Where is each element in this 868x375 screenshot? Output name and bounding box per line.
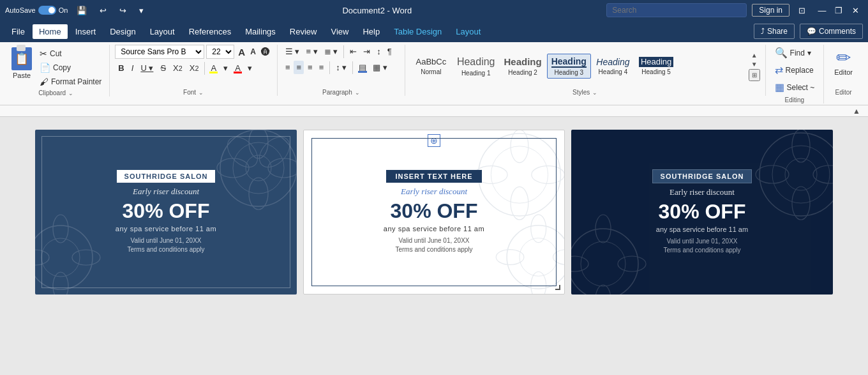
- align-center-button[interactable]: ≡: [294, 61, 304, 74]
- bold-button[interactable]: B: [115, 61, 127, 75]
- undo-button[interactable]: ↩: [96, 4, 110, 17]
- menu-home[interactable]: Home: [33, 24, 68, 39]
- shading-button[interactable]: ▤: [356, 61, 369, 74]
- replace-button[interactable]: ⇄ Replace: [771, 62, 818, 78]
- bullets-button[interactable]: ☰ ▾: [283, 45, 303, 58]
- font-color-button[interactable]: A: [232, 61, 244, 75]
- clipboard-group-content: 📋 Paste ✂ Cut 📄 Copy 🖌 Format Painter: [8, 45, 104, 88]
- decrease-font-button[interactable]: A: [248, 46, 258, 58]
- styles-scroll-up[interactable]: ▲: [749, 51, 760, 59]
- ribbon: 📋 Paste ✂ Cut 📄 Copy 🖌 Format Painter: [0, 42, 868, 105]
- doc-area: SOUTHRIDGE SALON Early riser discount 30…: [0, 117, 868, 375]
- menu-file[interactable]: File: [5, 24, 31, 39]
- paragraph-group: ☰ ▾ ≡ ▾ ≣ ▾ ⇤ ⇥ ↕ ¶ ≡ ≡ ≡ ≡ ↕ ▾ ▤ ▦: [278, 45, 405, 96]
- cards-container: SOUTHRIDGE SALON Early riser discount 30…: [35, 130, 833, 295]
- menu-layout[interactable]: Layout: [144, 24, 181, 39]
- menu-design[interactable]: Design: [103, 24, 142, 39]
- select-button[interactable]: ▦ Select ~: [771, 79, 819, 95]
- share-button[interactable]: ⤴ Share: [754, 24, 795, 39]
- menu-mailings[interactable]: Mailings: [239, 24, 282, 39]
- strikethrough-button[interactable]: S: [157, 61, 169, 75]
- styles-scroll-down[interactable]: ▼: [749, 60, 760, 68]
- subscript-button[interactable]: X2: [170, 61, 186, 75]
- find-button[interactable]: 🔍 Find ▾: [771, 45, 815, 61]
- customize-qat-button[interactable]: ▾: [135, 4, 147, 17]
- cut-button[interactable]: ✂ Cut: [37, 47, 104, 60]
- underline-button[interactable]: U ▾: [137, 61, 156, 75]
- font-group-content: Source Sans Pro B 22 A A 🅐 B I U ▾ S X2: [115, 45, 272, 88]
- style-h2-button[interactable]: Heading Heading 2: [500, 54, 545, 78]
- borders-button[interactable]: ▦ ▾: [370, 61, 390, 74]
- card-2[interactable]: ⊕ INSERT TEXT HERE Early riser discount: [303, 130, 565, 295]
- menu-view[interactable]: View: [324, 24, 355, 39]
- style-normal-button[interactable]: AaBbCc Normal: [410, 55, 452, 77]
- align-left-button[interactable]: ≡: [283, 61, 293, 74]
- numbering-button[interactable]: ≡ ▾: [304, 45, 320, 58]
- font-size-select[interactable]: 22: [206, 45, 234, 59]
- style-h4-button[interactable]: Heading Heading 4: [592, 55, 634, 78]
- styles-scroll: ▲ ▼ ⊞: [749, 45, 760, 88]
- autosave-toggle-pill[interactable]: [38, 6, 56, 15]
- ribbon-bottom: ▲: [0, 105, 868, 117]
- ribbon-collapse-btn[interactable]: ▲: [850, 107, 863, 116]
- share-label: Share: [767, 27, 788, 36]
- styles-expand-button[interactable]: ⊞: [749, 69, 760, 81]
- editor-button[interactable]: ✏ Editor: [829, 45, 858, 79]
- close-button[interactable]: ✕: [848, 4, 863, 17]
- signin-button[interactable]: Sign in: [752, 4, 789, 17]
- style-h3-button[interactable]: Heading Heading 3: [547, 54, 591, 79]
- font-name-select[interactable]: Source Sans Pro B: [115, 45, 204, 59]
- select-icon: ▦: [775, 81, 784, 93]
- paragraph-group-content: ☰ ▾ ≡ ▾ ≣ ▾ ⇤ ⇥ ↕ ¶ ≡ ≡ ≡ ≡ ↕ ▾ ▤ ▦: [283, 45, 400, 88]
- superscript-button[interactable]: X2: [186, 61, 202, 75]
- maximize-button[interactable]: ❐: [831, 4, 846, 17]
- editor-group: ✏ Editor Editor: [824, 45, 863, 96]
- format-painter-button[interactable]: 🖌 Format Painter: [37, 75, 104, 88]
- title-bar-center: Document2 - Word: [147, 6, 606, 15]
- align-right-button[interactable]: ≡: [305, 61, 315, 74]
- replace-icon: ⇄: [775, 64, 783, 76]
- decrease-indent-button[interactable]: ⇤: [347, 45, 359, 58]
- font-color-dropdown2[interactable]: ▾: [244, 61, 255, 75]
- font-expand-icon[interactable]: ⌄: [198, 89, 204, 96]
- find-dropdown[interactable]: ▾: [807, 49, 811, 57]
- restore-window-button[interactable]: ⊡: [795, 4, 809, 17]
- sort-button[interactable]: ↕: [374, 45, 384, 58]
- menu-table-design[interactable]: Table Design: [387, 24, 448, 39]
- format-btns: B I U ▾ S X2 X2 A ▾ A ▾: [115, 61, 255, 75]
- menu-references[interactable]: References: [183, 24, 237, 39]
- multilevel-button[interactable]: ≣ ▾: [322, 45, 341, 58]
- paste-button[interactable]: 📋 Paste: [8, 45, 36, 82]
- format-painter-icon: 🖌: [40, 77, 49, 87]
- menu-layout2[interactable]: Layout: [449, 24, 487, 39]
- redo-button[interactable]: ↪: [116, 4, 130, 17]
- clipboard-expand-icon[interactable]: ⌄: [68, 90, 73, 96]
- show-marks-button[interactable]: ¶: [385, 45, 394, 58]
- style-h5-button[interactable]: Heading Heading 5: [635, 55, 677, 77]
- styles-expand-icon[interactable]: ⌄: [592, 89, 597, 96]
- minimize-button[interactable]: —: [814, 4, 830, 17]
- autosave-toggle[interactable]: AutoSave On: [5, 6, 68, 15]
- menu-insert[interactable]: Insert: [69, 24, 103, 39]
- font-color-dropdown[interactable]: ▾: [220, 61, 231, 75]
- card-2-resize-handle[interactable]: [555, 285, 560, 290]
- justify-button[interactable]: ≡: [317, 61, 327, 74]
- find-icon: 🔍: [775, 47, 788, 59]
- paragraph-expand-icon[interactable]: ⌄: [355, 89, 360, 96]
- comments-button[interactable]: 💬 Comments: [800, 24, 863, 39]
- h2-label: Heading 2: [508, 69, 537, 76]
- text-highlight-button[interactable]: A: [207, 61, 220, 75]
- increase-font-button[interactable]: A: [236, 46, 247, 58]
- italic-button[interactable]: I: [128, 61, 137, 75]
- menu-help[interactable]: Help: [356, 24, 386, 39]
- clear-format-button[interactable]: 🅐: [259, 46, 272, 58]
- font-group: Source Sans Pro B 22 A A 🅐 B I U ▾ S X2: [110, 45, 278, 96]
- save-button[interactable]: 💾: [73, 4, 91, 17]
- search-input[interactable]: [606, 3, 747, 17]
- menu-review[interactable]: Review: [283, 24, 324, 39]
- style-h1-button[interactable]: Heading Heading 1: [453, 54, 499, 78]
- line-spacing-button[interactable]: ↕ ▾: [333, 61, 349, 74]
- increase-indent-button[interactable]: ⇥: [361, 45, 373, 58]
- card-1-valid: Valid until June 01, 20XX Terms and cond…: [127, 236, 204, 254]
- copy-button[interactable]: 📄 Copy: [37, 61, 104, 74]
